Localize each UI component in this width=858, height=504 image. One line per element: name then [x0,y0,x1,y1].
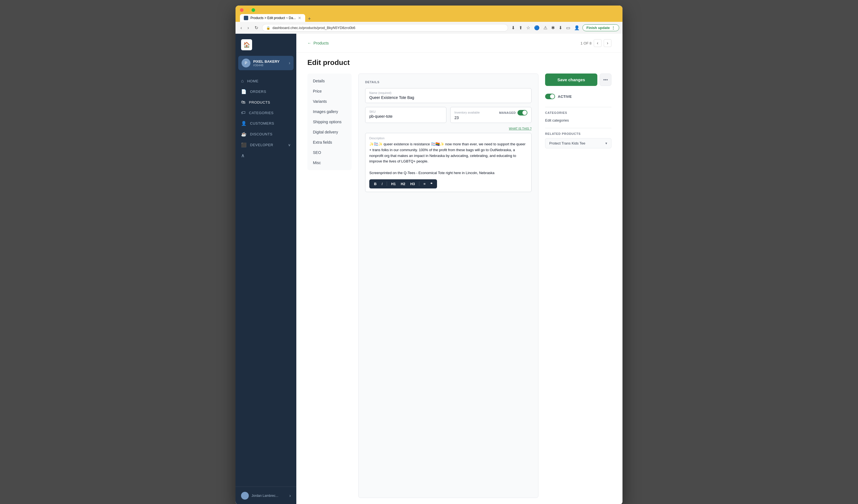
sidebar-item-label: DISCOUNTS [250,132,272,136]
url-text: dashboard.chec.io/products/prod_BkyN5YD8… [272,26,355,30]
editor-divider [387,181,387,186]
browser-tabs: Products > Edit product ~ Da... ✕ + [240,14,618,22]
sidebar-item-products[interactable]: 🛍 PRODUCTS [236,97,296,108]
finish-update-button[interactable]: Finish update ⋮ [583,24,619,31]
h3-button[interactable]: H3 [408,181,417,187]
user-chevron-icon: › [289,61,290,65]
prev-page-button[interactable]: ‹ [594,39,602,47]
sidebar-item-orders[interactable]: 📄 ORDERS [236,86,296,97]
nav-item-images[interactable]: Images gallery [308,107,350,117]
user-name: PIXEL BAKERY [253,60,286,64]
new-tab-button[interactable]: + [306,16,313,22]
user-info: PIXEL BAKERY #36448 [253,60,286,67]
bookmark-icon[interactable]: ☆ [525,25,531,31]
profile-icon[interactable]: 👤 [573,25,581,31]
sidebar-item-label: CATEGORIES [249,111,274,115]
sidebar-item-label: ORDERS [250,90,267,94]
products-icon: 🛍 [241,100,246,105]
bottom-user-name: Jordan Lambrec... [252,494,279,498]
inventory-field[interactable]: Inventory available MANAGED 23 [450,107,531,123]
more-dots-icon: ••• [603,77,608,82]
bold-button[interactable]: B [372,181,378,187]
extension-icon-5[interactable]: ▭ [565,25,571,31]
developer-icon: ⬛ [241,142,247,148]
nav-item-variants[interactable]: Variants [308,96,350,107]
refresh-button[interactable]: ↻ [253,25,260,31]
breadcrumb-arrow: ← [307,41,311,45]
nav-item-seo[interactable]: SEO [308,148,350,158]
more-options-button[interactable]: ••• [600,74,611,86]
share-icon[interactable]: ⬆ [518,25,524,31]
edit-categories-link[interactable]: Edit categories [545,117,611,124]
finish-update-dots: ⋮ [611,26,615,30]
description-field[interactable]: Description ✨🏳️‍⚧️✨ queer existence is r… [365,133,531,192]
browser-titlebar: Products > Edit product ~ Da... ✕ + [236,5,622,22]
breadcrumb[interactable]: ← Products [307,41,329,45]
h2-button[interactable]: H2 [399,181,408,187]
user-id: #36448 [253,64,286,67]
related-products-section: RELATED PRODUCTS Protect Trans Kids Tee … [545,128,611,148]
sidebar-item-home[interactable]: ⌂ HOME [236,76,296,86]
forward-button[interactable]: › [246,25,251,31]
product-form: DETAILS Name (required) SKU [358,74,538,498]
categories-section-label: CATEGORIES [545,111,611,114]
page-of-label: 1 OF 8 [581,41,591,45]
sidebar-item-developer[interactable]: ⬛ DEVELOPER ∨ [236,140,296,150]
managed-toggle[interactable] [518,110,527,115]
sku-label: SKU [369,110,442,113]
address-bar[interactable]: 🔒 dashboard.chec.io/products/prod_BkyN5Y… [262,24,508,32]
nav-item-price[interactable]: Price [308,86,350,96]
sidebar-item-discounts[interactable]: ☕ DISCOUNTS [236,129,296,140]
what-is-this[interactable]: WHAT IS THIS ? [365,127,531,130]
sidebar-item-customers[interactable]: 👤 CUSTOMERS [236,118,296,129]
download-icon[interactable]: ⬇ [510,25,516,31]
name-field[interactable]: Name (required) [365,88,531,103]
minimize-window-button[interactable] [246,8,249,12]
extension-icon-1[interactable]: 🔵 [533,25,541,31]
bottom-user[interactable]: Jordan Lambrec... › [238,490,293,502]
managed-label: MANAGED [499,111,516,114]
sku-field[interactable]: SKU [365,107,446,123]
save-changes-button[interactable]: Save changes [545,74,597,86]
nav-item-details[interactable]: Details [308,76,350,86]
active-tab[interactable]: Products > Edit product ~ Da... ✕ [240,14,305,22]
next-page-button[interactable]: › [604,39,611,47]
browser-actions: ⬇ ⬆ ☆ 🔵 ⚠ ✱ ⬇ ▭ 👤 Finish update ⋮ [510,24,619,31]
save-row: Save changes ••• [545,74,611,86]
sidebar-item-label: DEVELOPER [250,143,273,147]
page-header: ← Products 1 OF 8 ‹ › [296,34,622,53]
description-text[interactable]: ✨🏳️‍⚧️✨ queer existence is resistance 🏳️… [369,142,527,176]
quote-button[interactable]: ❝ [428,181,434,187]
nav-item-shipping[interactable]: Shipping options [308,117,350,127]
sidebar-item-categories[interactable]: 🏷 CATEGORIES [236,108,296,118]
browser-toolbar: ‹ › ↻ 🔒 dashboard.chec.io/products/prod_… [236,22,622,34]
extension-icon-2[interactable]: ⚠ [542,25,549,31]
extension-icon-4[interactable]: ⬇ [558,25,563,31]
nav-item-misc[interactable]: Misc [308,158,350,168]
nav-item-extra[interactable]: Extra fields [308,137,350,147]
extension-icon-3[interactable]: ✱ [550,25,556,31]
breadcrumb-text: Products [314,41,329,45]
close-window-button[interactable] [240,8,243,12]
sidebar-collapse-button[interactable]: ∧ [236,150,296,161]
active-toggle-row: ACTIVE [545,91,611,102]
active-toggle[interactable] [545,94,555,99]
tab-close-button[interactable]: ✕ [298,16,301,20]
maximize-window-button[interactable] [252,8,255,12]
h1-button[interactable]: H1 [389,181,398,187]
active-label: ACTIVE [558,95,572,99]
related-product-item[interactable]: Protect Trans Kids Tee ▾ [545,138,611,148]
sku-input[interactable] [369,114,442,118]
italic-button[interactable]: I [380,181,384,187]
name-input[interactable] [369,95,527,100]
sidebar-user[interactable]: P PIXEL BAKERY #36448 › [238,56,293,70]
back-button[interactable]: ‹ [239,25,243,31]
related-product-name: Protect Trans Kids Tee [549,141,586,145]
bottom-chevron-icon: › [289,493,291,498]
lock-icon: 🔒 [266,26,270,30]
list-button[interactable]: ≡ [422,181,428,187]
home-icon: ⌂ [241,79,244,83]
tab-favicon [244,16,248,20]
nav-item-digital[interactable]: Digital delivery [308,127,350,137]
description-label: Description [369,136,527,140]
